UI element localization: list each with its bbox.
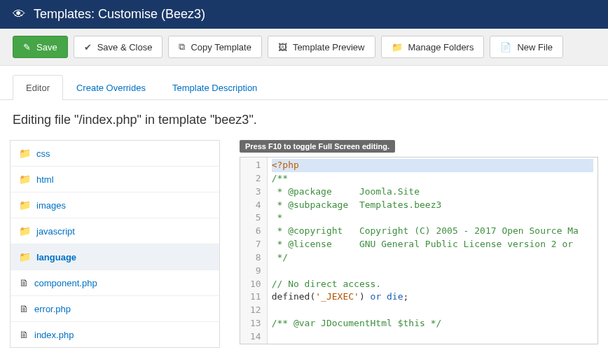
- copy-template-label: Copy Template: [191, 42, 251, 52]
- folder-node-javascript[interactable]: 📁javascript: [11, 218, 219, 244]
- folder-node-language[interactable]: 📁language: [11, 244, 219, 270]
- file-label: component.php: [34, 278, 97, 288]
- code-line[interactable]: */: [272, 251, 593, 265]
- manage-folders-button[interactable]: 📁 Manage Folders: [381, 36, 485, 58]
- folder-label: html: [36, 174, 54, 185]
- code-line[interactable]: *: [272, 211, 593, 225]
- code-line[interactable]: * @copyright Copyright (C) 2005 - 2017 O…: [272, 225, 593, 238]
- file-node-index-php[interactable]: 🗎index.php: [11, 322, 219, 347]
- folder-label: javascript: [36, 226, 75, 237]
- manage-folders-label: Manage Folders: [408, 42, 474, 52]
- file-node-error-php[interactable]: 🗎error.php: [11, 296, 219, 322]
- toolbar: ✎ Save ✔ Save & Close ⧉ Copy Template 🖼 …: [0, 29, 608, 66]
- code-line[interactable]: * @license GNU General Public License ve…: [272, 238, 593, 251]
- code-line[interactable]: [272, 330, 593, 344]
- file-tree: 📁css📁html📁images📁javascript📁language🗎com…: [10, 140, 220, 348]
- content-area: 📁css📁html📁images📁javascript📁language🗎com…: [0, 140, 608, 358]
- line-number: 15: [250, 344, 261, 344]
- folder-icon: 📁: [19, 174, 31, 185]
- code-line[interactable]: /** @var JDocumentHtml $this */: [272, 317, 593, 330]
- file-icon: 🗎: [19, 277, 29, 288]
- folder-label: language: [36, 252, 76, 262]
- eye-icon: 👁: [13, 7, 25, 22]
- folder-label: css: [36, 148, 50, 159]
- copy-icon: ⧉: [179, 41, 185, 52]
- save-close-label: Save & Close: [97, 42, 153, 52]
- folder-label: images: [36, 200, 66, 211]
- tabs: Editor Create Overrides Template Descrip…: [0, 66, 608, 100]
- line-number: 5: [250, 211, 261, 225]
- template-preview-label: Template Preview: [293, 42, 365, 52]
- template-preview-button[interactable]: 🖼 Template Preview: [268, 36, 375, 58]
- image-icon: 🖼: [278, 42, 287, 52]
- code-body[interactable]: <?php/** * @package Joomla.Site * @subpa…: [268, 158, 597, 344]
- new-file-button[interactable]: 📄 New File: [490, 36, 563, 58]
- line-number: 3: [250, 186, 261, 199]
- folder-node-html[interactable]: 📁html: [11, 167, 219, 192]
- line-number: 4: [250, 199, 261, 212]
- new-file-label: New File: [517, 42, 553, 52]
- file-label: error.php: [34, 304, 71, 314]
- line-number: 7: [250, 238, 261, 251]
- line-number: 9: [250, 265, 261, 278]
- line-number: 12: [250, 304, 261, 317]
- code-line[interactable]: defined('_JEXEC') or die;: [272, 290, 593, 304]
- tab-create-overrides[interactable]: Create Overrides: [63, 75, 159, 100]
- fullscreen-hint: Press F10 to toggle Full Screen editing.: [240, 140, 395, 153]
- line-number: 2: [250, 172, 261, 186]
- line-number: 6: [250, 225, 261, 238]
- page-header: 👁 Templates: Customise (Beez3): [0, 0, 608, 29]
- editor-pane: Press F10 to toggle Full Screen editing.…: [240, 140, 598, 348]
- folder-icon: 📁: [19, 148, 31, 159]
- folder-icon: 📁: [19, 251, 31, 262]
- folder-icon: 📁: [392, 42, 403, 52]
- file-icon: 🗎: [19, 303, 29, 314]
- line-number: 1: [250, 159, 261, 172]
- code-line[interactable]: // No direct access.: [272, 278, 593, 291]
- file-icon: 🗎: [19, 329, 29, 340]
- line-gutter: 1234567891011121314151617: [240, 158, 268, 344]
- code-line[interactable]: [272, 265, 593, 278]
- tab-template-description[interactable]: Template Description: [159, 75, 270, 100]
- code-editor[interactable]: 1234567891011121314151617 <?php/** * @pa…: [240, 157, 598, 344]
- line-number: 13: [250, 317, 261, 330]
- file-icon: 📄: [500, 42, 511, 52]
- code-line[interactable]: * @package Joomla.Site: [272, 186, 593, 199]
- code-line[interactable]: * @subpackage Templates.beez3: [272, 199, 593, 212]
- apply-icon: ✎: [23, 42, 31, 52]
- page-title: Templates: Customise (Beez3): [34, 7, 205, 22]
- save-close-button[interactable]: ✔ Save & Close: [74, 36, 163, 58]
- save-button[interactable]: ✎ Save: [13, 36, 68, 58]
- folder-icon: 📁: [19, 200, 31, 211]
- line-number: 8: [250, 251, 261, 265]
- line-number: 11: [250, 290, 261, 304]
- tab-editor[interactable]: Editor: [13, 75, 63, 100]
- editing-file-heading: Editing file "/index.php" in template "b…: [0, 100, 608, 140]
- check-icon: ✔: [84, 42, 92, 52]
- folder-node-images[interactable]: 📁images: [11, 192, 219, 218]
- file-label: index.php: [34, 330, 74, 340]
- code-line[interactable]: /**: [272, 172, 593, 186]
- file-node-component-php[interactable]: 🗎component.php: [11, 270, 219, 296]
- copy-template-button[interactable]: ⧉ Copy Template: [168, 36, 261, 58]
- folder-icon: 📁: [19, 225, 31, 237]
- line-number: 10: [250, 278, 261, 291]
- code-line[interactable]: [272, 304, 593, 317]
- code-line[interactable]: <?php: [272, 159, 593, 172]
- folder-node-css[interactable]: 📁css: [11, 141, 219, 167]
- line-number: 14: [250, 330, 261, 344]
- save-label: Save: [36, 42, 57, 52]
